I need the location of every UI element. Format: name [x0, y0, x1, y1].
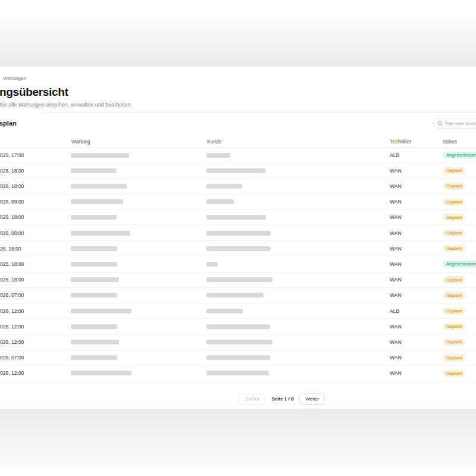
row-datetime: 025, 18:00 [0, 261, 24, 267]
table-row[interactable]: 026, 07:00WANGeplant [0, 350, 476, 366]
table-row[interactable]: 026, 18:00WANGeplant [0, 163, 476, 178]
row-techniker: WAN [390, 183, 402, 189]
table-row[interactable]: 026, 09:00WANGeplant [0, 195, 476, 210]
redacted-kunde-bar [206, 355, 270, 360]
row-techniker: WAN [390, 168, 402, 174]
redacted-kunde-bar [206, 199, 234, 204]
previous-page-button[interactable]: Zurück [239, 393, 265, 405]
status-badge: Geplant [443, 198, 465, 206]
column-header-kunde: Kunde [207, 139, 222, 145]
table-row[interactable]: 026, 07:00WANGeplant [0, 288, 476, 303]
redacted-wartung-bar [71, 277, 119, 282]
row-datetime: 026, 12:00 [0, 339, 24, 345]
redacted-wartung-bar [71, 199, 123, 204]
status-badge: Geplant [443, 339, 465, 346]
redacted-wartung-bar [71, 168, 117, 173]
redacted-kunde-bar [206, 246, 271, 251]
status-badge: Geplant [443, 276, 465, 284]
table-row[interactable]: 26, 18:00WANGeplant [0, 241, 476, 256]
row-datetime: 26, 18:00 [0, 246, 21, 252]
next-page-button[interactable]: Weiter [299, 393, 325, 405]
redacted-kunde-bar [206, 153, 230, 158]
row-datetime: 025, 17:00 [0, 152, 24, 158]
redacted-wartung-bar [71, 246, 117, 251]
status-badge: Geplant [443, 183, 465, 190]
status-badge: Abgeschlossen [443, 261, 476, 268]
redacted-wartung-bar [71, 293, 117, 298]
row-techniker: WAN [390, 277, 402, 283]
row-techniker: WAN [390, 199, 402, 205]
table-row[interactable]: 025, 17:00ALBAbgeschlossen [0, 148, 476, 163]
header-divider [36, 112, 476, 112]
status-badge: Geplant [443, 292, 465, 299]
redacted-wartung-bar [71, 371, 131, 375]
row-datetime: 026, 06:00 [0, 230, 24, 236]
table-row[interactable]: 025, 18:00WANAbgeschlossen [0, 256, 476, 272]
row-datetime: 026, 07:00 [0, 355, 24, 361]
redacted-kunde-bar [206, 231, 271, 236]
table-row[interactable]: 026, 12:00WANGeplant [0, 319, 476, 334]
redacted-kunde-bar [206, 215, 266, 220]
row-techniker: WAN [390, 246, 402, 252]
breadcrumb[interactable]: Wartungen [3, 76, 26, 81]
search-icon [437, 121, 443, 126]
redacted-wartung-bar [71, 153, 129, 158]
search-input[interactable] [444, 121, 476, 126]
table-row[interactable]: 026, 12:00WANGeplant [0, 366, 476, 381]
row-techniker: WAN [390, 355, 402, 361]
row-datetime: 026, 18:00 [0, 277, 24, 283]
redacted-kunde-bar [206, 371, 269, 375]
status-badge: Geplant [443, 167, 465, 175]
row-datetime: 026, 18:00 [0, 183, 24, 189]
table-row[interactable]: 026, 18:00WANGeplant [0, 210, 476, 226]
redacted-kunde-bar [206, 309, 243, 314]
row-techniker: WAN [390, 214, 402, 220]
redacted-kunde-bar [206, 277, 273, 282]
table-row[interactable]: 026, 12:00ALBGeplant [0, 303, 476, 319]
table-row[interactable]: 026, 18:00WANGeplant [0, 273, 476, 288]
status-badge: Abgeschlossen [443, 151, 476, 159]
redacted-wartung-bar [71, 262, 117, 267]
redacted-wartung-bar [71, 215, 117, 220]
row-datetime: 026, 18:00 [0, 168, 24, 174]
row-techniker: WAN [390, 292, 402, 298]
redacted-wartung-bar [71, 309, 131, 314]
row-techniker: WAN [390, 370, 402, 376]
redacted-wartung-bar [71, 324, 117, 329]
row-techniker: ALB [390, 152, 399, 158]
page-title: ngsübersicht [0, 86, 68, 99]
page-subtitle: Sie alle Wartungen einsehen, verwalten u… [0, 102, 132, 108]
status-badge: Geplant [443, 369, 465, 377]
redacted-kunde-bar [206, 324, 270, 329]
row-datetime: 026, 12:00 [0, 370, 24, 376]
status-badge: Geplant [443, 214, 465, 221]
status-badge: Geplant [443, 354, 465, 362]
redacted-kunde-bar [206, 340, 273, 345]
redacted-kunde-bar [206, 184, 242, 189]
status-badge: Geplant [443, 245, 465, 253]
table-row[interactable]: 026, 18:00WANGeplant [0, 178, 476, 194]
row-datetime: 026, 18:00 [0, 214, 24, 220]
column-header-wartung: Wartung [71, 139, 90, 145]
row-datetime: 026, 07:00 [0, 292, 24, 298]
row-techniker: ALB [390, 308, 399, 314]
column-header-status: Status [443, 139, 457, 145]
table-row[interactable]: 026, 06:00WANGeplant [0, 226, 476, 241]
redacted-kunde-bar [206, 293, 264, 298]
row-techniker: WAN [390, 261, 402, 267]
redacted-wartung-bar [71, 184, 127, 189]
row-techniker: WAN [390, 230, 402, 236]
row-datetime: 026, 12:00 [0, 324, 24, 330]
search-box[interactable] [433, 118, 476, 129]
redacted-wartung-bar [71, 355, 117, 360]
redacted-kunde-bar [206, 262, 218, 267]
status-badge: Geplant [443, 307, 465, 315]
table-row[interactable]: 026, 12:00WANGeplant [0, 334, 476, 350]
status-badge: Geplant [443, 323, 465, 331]
page-indicator: Seite 1 / 8 [271, 396, 293, 402]
row-datetime: 026, 12:00 [0, 308, 24, 314]
section-title: splan [0, 120, 17, 127]
row-techniker: WAN [390, 324, 402, 330]
backdrop-bottom [0, 409, 476, 467]
column-header-techniker: Techniker [390, 139, 411, 145]
